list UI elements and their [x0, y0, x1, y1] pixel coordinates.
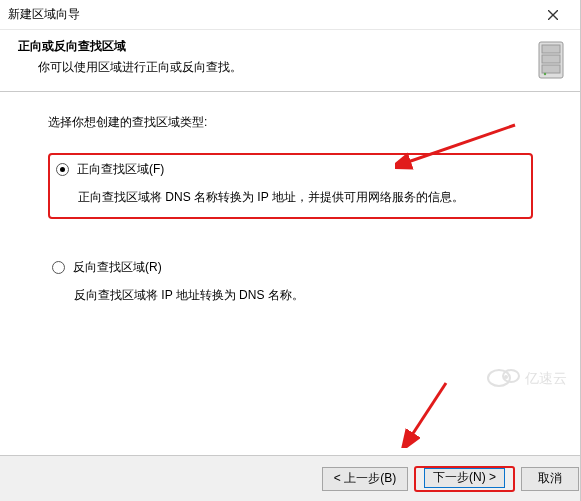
back-button[interactable]: < 上一步(B)	[322, 467, 408, 491]
svg-rect-5	[542, 65, 560, 73]
reverse-zone-block: 反向查找区域(R) 反向查找区域将 IP 地址转换为 DNS 名称。	[48, 259, 533, 305]
watermark-text: 亿速云	[524, 371, 567, 386]
svg-point-7	[488, 370, 510, 386]
svg-point-6	[544, 72, 546, 74]
wizard-header-text: 正向或反向查找区域 你可以使用区域进行正向或反向查找。	[0, 30, 531, 91]
next-button-label: 下一步(N) >	[433, 469, 496, 486]
cancel-button[interactable]: 取消	[521, 467, 579, 491]
wizard-content: 选择你想创建的查找区域类型: 正向查找区域(F) 正向查找区域将 DNS 名称转…	[0, 92, 581, 305]
arrow-to-next-button	[388, 378, 468, 448]
zone-type-prompt: 选择你想创建的查找区域类型:	[48, 114, 533, 131]
close-button[interactable]	[533, 1, 573, 29]
svg-line-11	[410, 383, 446, 438]
next-button[interactable]: 下一步(N) >	[424, 468, 505, 488]
forward-zone-highlight: 正向查找区域(F) 正向查找区域将 DNS 名称转换为 IP 地址，并提供可用网…	[48, 153, 533, 219]
wizard-footer: < 上一步(B) 下一步(N) > 取消	[0, 455, 581, 501]
window-title: 新建区域向导	[8, 6, 533, 23]
back-button-label: < 上一步(B)	[334, 470, 396, 487]
radio-forward-zone[interactable]	[56, 163, 69, 176]
forward-zone-desc: 正向查找区域将 DNS 名称转换为 IP 地址，并提供可用网络服务的信息。	[56, 188, 521, 207]
wizard-subheading: 你可以使用区域进行正向或反向查找。	[18, 55, 531, 76]
reverse-zone-label: 反向查找区域(R)	[73, 259, 162, 276]
forward-zone-option[interactable]: 正向查找区域(F)	[56, 161, 521, 178]
wizard-header: 正向或反向查找区域 你可以使用区域进行正向或反向查找。	[0, 30, 581, 92]
reverse-zone-option[interactable]: 反向查找区域(R)	[52, 259, 533, 276]
reverse-zone-desc: 反向查找区域将 IP 地址转换为 DNS 名称。	[52, 286, 533, 305]
radio-reverse-zone[interactable]	[52, 261, 65, 274]
server-icon	[531, 30, 581, 91]
watermark: 亿速云	[485, 363, 575, 393]
svg-point-8	[503, 370, 519, 382]
wizard-heading: 正向或反向查找区域	[18, 38, 531, 55]
close-icon	[548, 10, 558, 20]
title-bar: 新建区域向导	[0, 0, 581, 30]
svg-rect-3	[542, 45, 560, 53]
forward-zone-label: 正向查找区域(F)	[77, 161, 164, 178]
next-button-highlight: 下一步(N) >	[414, 466, 515, 492]
svg-rect-4	[542, 55, 560, 63]
cancel-button-label: 取消	[538, 470, 562, 487]
svg-point-9	[504, 375, 508, 379]
